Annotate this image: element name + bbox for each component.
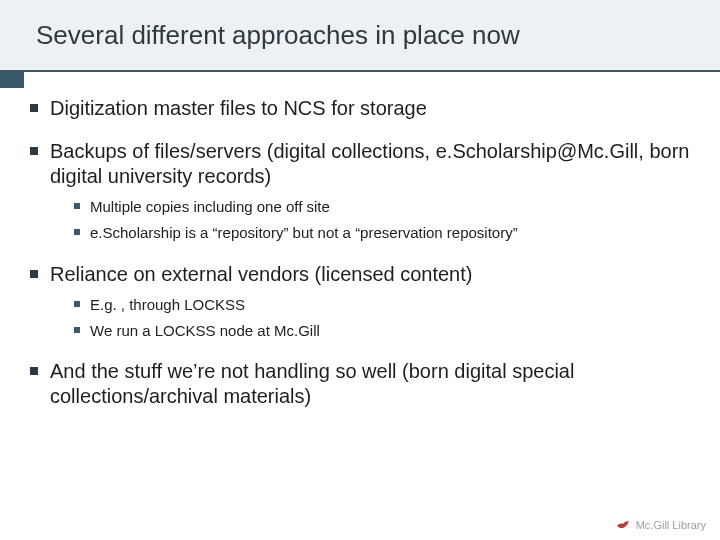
list-item: We run a LOCKSS node at Mc.Gill: [74, 321, 690, 341]
list-item: e.Scholarship is a “repository” but not …: [74, 223, 690, 243]
bullet-text: Digitization master files to NCS for sto…: [50, 97, 427, 119]
slide: Several different approaches in place no…: [0, 0, 720, 540]
bullet-list: Digitization master files to NCS for sto…: [30, 96, 690, 409]
sub-list: E.g. , through LOCKSS We run a LOCKSS no…: [74, 295, 690, 342]
footer: Mc.Gill Library: [616, 518, 706, 532]
footer-brand: Mc.Gill Library: [636, 519, 706, 531]
list-item: E.g. , through LOCKSS: [74, 295, 690, 315]
list-item: Backups of files/servers (digital collec…: [30, 139, 690, 244]
sub-list: Multiple copies including one off site e…: [74, 197, 690, 244]
bullet-text: Reliance on external vendors (licensed c…: [50, 263, 472, 285]
bullet-text: Backups of files/servers (digital collec…: [50, 140, 689, 187]
slide-title: Several different approaches in place no…: [36, 20, 520, 51]
list-item: Reliance on external vendors (licensed c…: [30, 262, 690, 342]
list-item: And the stuff we’re not handling so well…: [30, 359, 690, 409]
list-item: Multiple copies including one off site: [74, 197, 690, 217]
bird-icon: [616, 518, 630, 532]
content-area: Digitization master files to NCS for sto…: [0, 70, 720, 409]
list-item: Digitization master files to NCS for sto…: [30, 96, 690, 121]
bullet-text: Multiple copies including one off site: [90, 198, 330, 215]
bullet-text: And the stuff we’re not handling so well…: [50, 360, 574, 407]
bullet-text: e.Scholarship is a “repository” but not …: [90, 224, 518, 241]
divider: [24, 70, 720, 72]
accent-bar: [0, 70, 24, 88]
title-band: Several different approaches in place no…: [0, 0, 720, 70]
bullet-text: We run a LOCKSS node at Mc.Gill: [90, 322, 320, 339]
bullet-text: E.g. , through LOCKSS: [90, 296, 245, 313]
